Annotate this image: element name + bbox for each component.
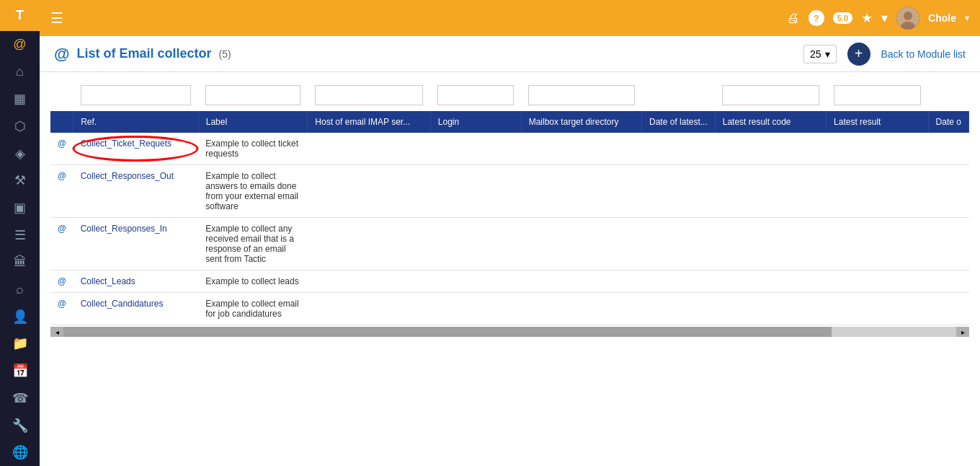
- col-host[interactable]: Host of email IMAP ser...: [308, 111, 430, 133]
- back-to-module-link[interactable]: Back to Module list: [881, 48, 966, 60]
- per-page-chevron-icon: ▾: [825, 48, 830, 60]
- ref-link[interactable]: Collect_Ticket_Requets: [81, 139, 172, 149]
- sidebar-item-bank[interactable]: 🏛: [0, 248, 40, 276]
- host-cell: [308, 271, 430, 293]
- mailbox-cell: [521, 218, 641, 271]
- sidebar-item-search[interactable]: ⌕: [0, 276, 40, 303]
- ref-cell: Collect_Responses_Out: [74, 165, 199, 218]
- result_code-cell: [715, 165, 826, 218]
- mailbox-cell: [521, 293, 641, 325]
- login-cell: [430, 271, 521, 293]
- sidebar-item-email[interactable]: @: [0, 31, 40, 58]
- filter-result-code: [715, 79, 826, 111]
- sidebar-item-layers[interactable]: ☰: [0, 221, 40, 249]
- latest_result-cell: [827, 218, 929, 271]
- user-chevron-icon[interactable]: ▾: [965, 13, 969, 23]
- print-icon[interactable]: 🖨: [787, 11, 800, 26]
- label-cell: Example to collect ticket requests: [198, 133, 308, 165]
- chart-icon: ▦: [14, 91, 26, 107]
- filter-login-input[interactable]: [437, 85, 514, 105]
- filter-host-input[interactable]: [315, 85, 423, 105]
- date_latest-cell: [642, 271, 716, 293]
- col-mailbox[interactable]: Mailbox target directory: [521, 111, 641, 133]
- date_o-cell: [928, 218, 968, 271]
- version-badge: 5.0: [833, 12, 852, 24]
- filter-host: [308, 79, 430, 111]
- result_code-cell: [715, 133, 826, 165]
- star-icon[interactable]: ★: [861, 10, 873, 26]
- filter-label-input[interactable]: [205, 85, 300, 105]
- ref-cell: Collect_Candidatures: [74, 293, 199, 325]
- bank-icon: 🏛: [14, 255, 27, 270]
- col-latest-result[interactable]: Latest result: [827, 111, 929, 133]
- sidebar-item-home[interactable]: ⌂: [0, 58, 40, 86]
- filter-mailbox-input[interactable]: [528, 85, 634, 105]
- ref-cell: Collect_Responses_In: [74, 218, 199, 271]
- per-page-value: 25: [810, 48, 821, 60]
- table-container: Ref. Label Host of email IMAP ser... Log…: [40, 72, 980, 466]
- table-row: @Collect_Ticket_RequetsExample to collec…: [50, 133, 969, 165]
- shield-icon: ⬡: [14, 118, 26, 134]
- header-left: ☰: [50, 9, 63, 27]
- ref-cell: Collect_Ticket_Requets: [74, 133, 199, 165]
- date_latest-cell: [642, 165, 716, 218]
- sidebar: T @ ⌂ ▦ ⬡ ◈ ⚒ ▣ ☰ 🏛 ⌕ 👤 📁 📅 ☎ 🔧 🌐: [0, 0, 40, 466]
- sidebar-item-chart[interactable]: ▦: [0, 85, 40, 113]
- logo-text: T: [16, 8, 24, 23]
- col-date-o[interactable]: Date o: [928, 111, 968, 133]
- home-icon: ⌂: [16, 64, 24, 79]
- sidebar-item-phone[interactable]: ☎: [0, 384, 40, 412]
- layers-icon: ☰: [14, 227, 26, 243]
- hamburger-button[interactable]: ☰: [50, 9, 63, 27]
- per-page-select[interactable]: 25 ▾: [803, 45, 837, 63]
- filter-result-code-input[interactable]: [722, 85, 819, 105]
- chevron-icon[interactable]: ▾: [881, 10, 888, 26]
- sidebar-item-wrench[interactable]: 🔧: [0, 412, 40, 439]
- page-title-area: @ List of Email collector (5): [54, 45, 231, 63]
- sidebar-item-money[interactable]: ◈: [0, 140, 40, 167]
- col-date-latest[interactable]: Date of latest...: [642, 111, 716, 133]
- sidebar-logo[interactable]: T: [0, 0, 40, 31]
- ref-link[interactable]: Collect_Leads: [81, 276, 135, 286]
- filter-ref-input[interactable]: [81, 85, 192, 105]
- scrollbar-thumb[interactable]: [63, 327, 832, 337]
- filter-ref: [74, 79, 199, 111]
- sidebar-item-person[interactable]: 👤: [0, 303, 40, 330]
- col-result-code[interactable]: Latest result code: [715, 111, 826, 133]
- row-at: @: [50, 293, 74, 325]
- col-login[interactable]: Login: [430, 111, 521, 133]
- label-cell: Example to collect answers to emails don…: [198, 165, 308, 218]
- host-cell: [308, 293, 430, 325]
- horizontal-scrollbar[interactable]: ◂ ▸: [50, 327, 969, 337]
- scroll-right-arrow[interactable]: ▸: [956, 327, 969, 337]
- phone-icon: ☎: [12, 390, 28, 406]
- date_latest-cell: [642, 218, 716, 271]
- scroll-left-arrow[interactable]: ◂: [50, 327, 63, 337]
- col-label[interactable]: Label: [198, 111, 308, 133]
- at-icon: @: [13, 37, 26, 52]
- filter-latest-result-input[interactable]: [834, 85, 922, 105]
- top-header: ☰ 🖨 ? 5.0 ★ ▾ Chole ▾: [40, 0, 980, 36]
- add-button[interactable]: +: [847, 43, 870, 66]
- sidebar-item-shield[interactable]: ⬡: [0, 113, 40, 140]
- latest_result-cell: [827, 133, 929, 165]
- help-icon[interactable]: ?: [808, 10, 824, 26]
- ref-link[interactable]: Collect_Responses_In: [81, 224, 167, 234]
- sidebar-item-tools[interactable]: ⚒: [0, 167, 40, 194]
- table-row: @Collect_Responses_InExample to collect …: [50, 218, 969, 271]
- latest_result-cell: [827, 165, 929, 218]
- ref-link[interactable]: Collect_Responses_Out: [81, 171, 174, 181]
- result_code-cell: [715, 271, 826, 293]
- row-at: @: [50, 271, 74, 293]
- sidebar-item-globe[interactable]: 🌐: [0, 439, 40, 466]
- sidebar-item-calendar[interactable]: 📅: [0, 357, 40, 384]
- tools-icon: ⚒: [14, 172, 26, 188]
- col-ref[interactable]: Ref.: [74, 111, 199, 133]
- user-name[interactable]: Chole: [928, 12, 956, 24]
- sidebar-item-folder[interactable]: 📁: [0, 330, 40, 358]
- date_o-cell: [928, 133, 968, 165]
- main-content: ☰ 🖨 ? 5.0 ★ ▾ Chole ▾ @ List of Email co…: [40, 0, 980, 466]
- ref-link[interactable]: Collect_Candidatures: [81, 299, 164, 309]
- sidebar-item-box[interactable]: ▣: [0, 194, 40, 221]
- table-body: @Collect_Ticket_RequetsExample to collec…: [50, 133, 969, 325]
